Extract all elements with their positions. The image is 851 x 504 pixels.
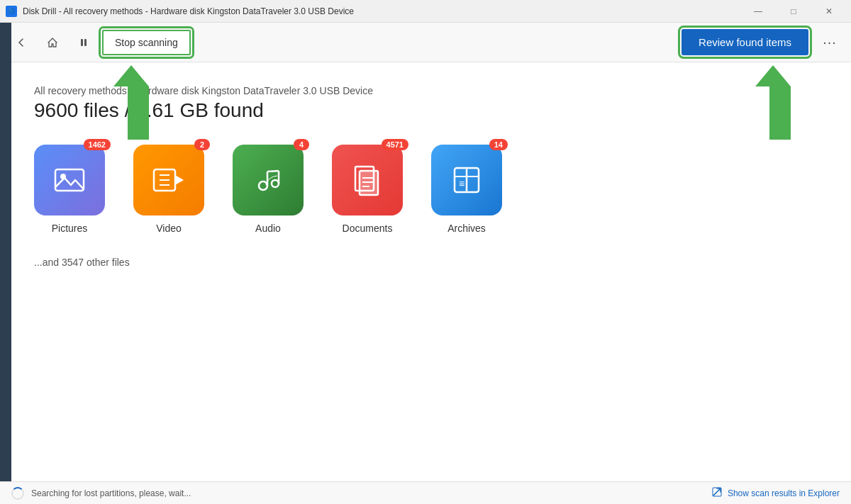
category-pictures[interactable]: 1462 Pictures — [34, 145, 105, 234]
show-results-label: Show scan results in Explorer — [728, 488, 840, 498]
archives-badge: 14 — [489, 139, 508, 150]
documents-icon-wrapper: 4571 — [332, 145, 403, 215]
status-left: Searching for lost partitions, please, w… — [11, 487, 191, 500]
category-archives[interactable]: ≡ 14 Archives — [431, 145, 502, 234]
video-label: Video — [156, 223, 182, 234]
pictures-icon — [34, 145, 105, 215]
svg-rect-2 — [55, 169, 84, 191]
pause-button[interactable] — [71, 30, 96, 55]
home-icon — [47, 37, 58, 48]
title-bar: 🔵 Disk Drill - All recovery methods - Ha… — [0, 0, 851, 23]
stop-scanning-button[interactable]: Stop scanning — [102, 30, 191, 55]
other-files-label: ...and 3547 other files — [34, 257, 817, 268]
status-bar: Searching for lost partitions, please, w… — [0, 481, 851, 504]
scan-info: All recovery methods - Hardware disk Kin… — [34, 85, 817, 122]
svg-point-9 — [259, 181, 267, 190]
sidebar-strip — [0, 23, 11, 481]
loading-spinner — [11, 487, 24, 500]
toolbar-right: Review found items ··· — [682, 29, 842, 55]
archives-icon-wrapper: ≡ 14 — [431, 145, 502, 215]
category-audio[interactable]: 4 Audio — [233, 145, 304, 234]
maximize-button[interactable]: □ — [777, 3, 810, 20]
export-icon — [712, 487, 722, 499]
pictures-icon-wrapper: 1462 — [34, 145, 105, 215]
status-text: Searching for lost partitions, please, w… — [31, 488, 191, 498]
category-documents[interactable]: 4571 Documents — [332, 145, 403, 234]
back-icon — [16, 37, 27, 48]
review-found-items-button[interactable]: Review found items — [682, 29, 808, 55]
audio-badge: 4 — [294, 139, 309, 150]
pictures-label: Pictures — [52, 223, 88, 234]
app-icon: 🔵 — [6, 6, 17, 17]
category-video[interactable]: 2 Video — [133, 145, 204, 234]
svg-point-10 — [272, 180, 279, 187]
documents-label: Documents — [343, 223, 393, 234]
audio-icon-wrapper: 4 — [233, 145, 304, 215]
window-title: Disk Drill - All recovery methods - Hard… — [23, 6, 354, 16]
main-content: All recovery methods - Hardware disk Kin… — [0, 62, 851, 481]
documents-icon — [332, 145, 403, 215]
show-results-button[interactable]: Show scan results in Explorer — [712, 487, 840, 499]
scan-title: 9600 files / 8.61 GB found — [34, 99, 817, 122]
title-bar-left: 🔵 Disk Drill - All recovery methods - Ha… — [6, 6, 354, 17]
archives-icon: ≡ — [431, 145, 502, 215]
video-badge: 2 — [194, 139, 210, 150]
audio-label: Audio — [255, 223, 281, 234]
toolbar-left: Stop scanning — [9, 30, 191, 55]
archives-label: Archives — [447, 223, 486, 234]
back-button[interactable] — [9, 30, 34, 55]
scan-subtitle: All recovery methods - Hardware disk Kin… — [34, 85, 817, 96]
title-bar-controls: — □ ✕ — [742, 3, 845, 20]
svg-rect-1 — [84, 39, 87, 46]
video-icon — [133, 145, 204, 215]
minimize-button[interactable]: — — [742, 3, 774, 20]
categories-container: 1462 Pictures 2 Video 4 Audio 4571 Docum… — [34, 145, 817, 234]
more-options-button[interactable]: ··· — [817, 30, 842, 55]
svg-marker-5 — [175, 175, 184, 185]
pause-icon — [78, 37, 89, 48]
svg-line-13 — [267, 171, 279, 172]
documents-badge: 4571 — [382, 139, 408, 150]
toolbar: Stop scanning Review found items ··· — [0, 23, 851, 62]
home-button[interactable] — [40, 30, 65, 55]
video-icon-wrapper: 2 — [133, 145, 204, 215]
audio-icon — [233, 145, 304, 215]
close-button[interactable]: ✕ — [813, 3, 845, 20]
svg-rect-0 — [81, 39, 83, 46]
pictures-badge: 1462 — [84, 139, 111, 150]
svg-text:≡: ≡ — [459, 178, 465, 189]
